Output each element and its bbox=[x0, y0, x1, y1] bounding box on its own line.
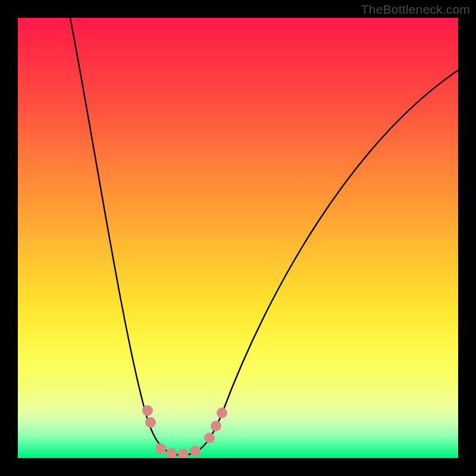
curve-marker bbox=[204, 433, 215, 443]
curve-marker bbox=[166, 448, 177, 458]
plot-area bbox=[18, 18, 458, 458]
curve-marker bbox=[217, 408, 227, 418]
bottleneck-curve bbox=[70, 18, 458, 455]
bottleneck-curve-svg bbox=[18, 18, 458, 458]
watermark-text: TheBottleneck.com bbox=[361, 2, 470, 17]
curve-marker bbox=[178, 449, 189, 458]
chart-frame: TheBottleneck.com bbox=[0, 0, 476, 476]
curve-marker bbox=[211, 421, 221, 431]
curve-marker bbox=[142, 405, 153, 416]
curve-marker bbox=[155, 443, 166, 454]
curve-marker bbox=[145, 417, 156, 428]
curve-marker bbox=[190, 446, 201, 456]
